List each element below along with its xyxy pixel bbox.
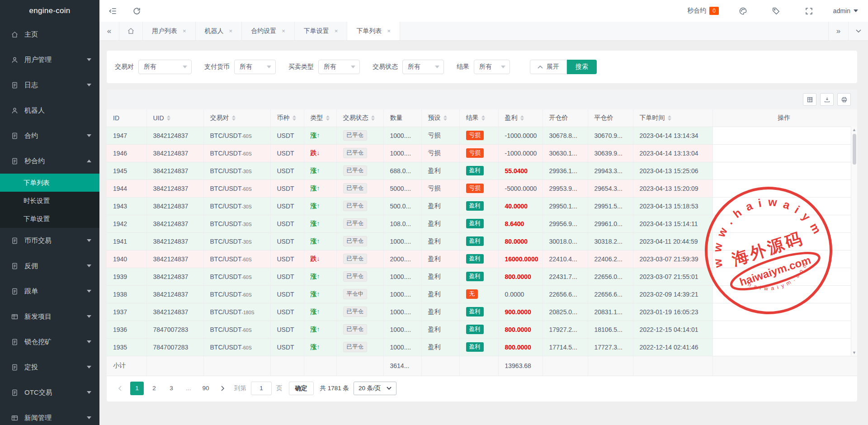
sidebar-item-otc-trading[interactable]: OTC交易 (0, 380, 99, 405)
theme-palette-icon[interactable] (734, 4, 752, 18)
filter-trade-status-select[interactable]: 所有 (402, 60, 444, 74)
submenu-seconds-contract: 下单列表时长设置下单设置 (0, 174, 99, 228)
status-badge: 已平仓 (343, 254, 368, 264)
sidebar-item-lock-mining[interactable]: 锁仓挖矿 (0, 329, 99, 354)
filter-trade-type-select[interactable]: 所有 (318, 60, 360, 74)
tab-home[interactable] (119, 22, 143, 40)
filter-trading-pair-select[interactable]: 所有 (138, 60, 192, 74)
sidebar-item-contracts[interactable]: 合约 (0, 123, 99, 148)
actions-cell (712, 303, 857, 321)
fullscreen-icon[interactable] (800, 4, 818, 18)
filter-label: 买卖类型 (288, 63, 314, 71)
sort-icon[interactable] (520, 115, 524, 121)
page-button-1[interactable]: 1 (130, 382, 144, 395)
page-button-2[interactable]: 2 (147, 382, 161, 395)
sidebar-subitem-duration-settings[interactable]: 时长设置 (0, 192, 99, 210)
scroll-up-icon[interactable]: ▲ (852, 127, 856, 133)
goto-page-input[interactable] (251, 382, 272, 395)
column-header-uid[interactable]: UID (146, 109, 203, 127)
sort-icon[interactable] (167, 115, 170, 121)
close-icon[interactable]: × (387, 28, 391, 34)
table-scrollbar[interactable]: ▲ ▼ (851, 127, 857, 356)
prev-page-button[interactable] (113, 382, 127, 395)
page-button-90[interactable]: 90 (199, 382, 212, 395)
filter-pay-currency-select[interactable]: 所有 (234, 60, 276, 74)
column-header-status[interactable]: 交易状态 (336, 109, 383, 127)
sort-icon[interactable] (481, 115, 485, 121)
sidebar-item-user-management[interactable]: 用户管理 (0, 47, 99, 72)
sidebar-item-seconds-contract[interactable]: 秒合约 (0, 148, 99, 174)
close-icon[interactable]: × (229, 28, 233, 34)
scrollbar-thumb[interactable] (853, 134, 856, 165)
sort-icon[interactable] (443, 115, 447, 121)
close-icon[interactable]: × (282, 28, 285, 34)
filter-panel: 交易对所有支付货币所有买卖类型所有交易状态所有结果所有 展开 搜索 (107, 51, 857, 83)
collapse-sidebar-button[interactable] (104, 4, 122, 18)
tab-user-list[interactable]: 用户列表× (143, 22, 196, 40)
table-toolbar (107, 90, 857, 109)
sidebar-subitem-order-list[interactable]: 下单列表 (0, 174, 99, 192)
tag-icon[interactable] (767, 4, 785, 18)
close-icon[interactable]: × (183, 28, 186, 34)
sort-icon[interactable] (326, 115, 330, 121)
column-header-pair[interactable]: 交易对 (203, 109, 270, 127)
column-header-profit[interactable]: 盈利 (498, 109, 542, 127)
sidebar-subitem-order-settings[interactable]: 下单设置 (0, 210, 99, 228)
expand-filters-button[interactable]: 展开 (530, 60, 567, 74)
search-button[interactable]: 搜索 (567, 60, 597, 74)
sidebar-item-label: 新发项目 (24, 312, 87, 321)
goto-label: 到第 (234, 384, 246, 392)
page-size-select[interactable]: 20 条/页 (354, 382, 396, 395)
sort-icon[interactable] (668, 115, 671, 121)
page-button-3[interactable]: 3 (165, 382, 178, 395)
sidebar-item-logs[interactable]: 日志 (0, 72, 99, 98)
sidebar-item-home[interactable]: 主页 (0, 22, 99, 47)
sidebar-item-news-management[interactable]: 新闻管理 (0, 405, 99, 425)
sidebar-item-spot-trading[interactable]: 币币交易 (0, 228, 99, 253)
sidebar-item-robots[interactable]: 机器人 (0, 98, 99, 123)
column-header-coin[interactable]: 币种 (270, 109, 304, 127)
top-header: 秒合约 0 admin (99, 0, 868, 22)
tab-order-list[interactable]: 下单列表× (347, 22, 400, 40)
result-badge: 盈利 (466, 272, 484, 281)
column-header-time[interactable]: 下单时间 (633, 109, 712, 127)
orders-table-card: IDUID交易对币种类型交易状态数量预设结果盈利开仓价平仓价下单时间操作 194… (107, 90, 857, 401)
sidebar-menu: 主页用户管理日志机器人合约秒合约下单列表时长设置下单设置币币交易反佣跟单新发项目… (0, 22, 99, 425)
notice-count-badge: 0 (709, 7, 719, 15)
user-icon (11, 56, 19, 64)
sort-icon[interactable] (232, 115, 236, 121)
column-header-close-price: 平仓价 (588, 109, 633, 127)
scroll-down-icon[interactable]: ▼ (852, 349, 856, 356)
column-settings-button[interactable] (803, 93, 816, 106)
actions-cell (712, 321, 857, 338)
column-header-type[interactable]: 类型 (304, 109, 336, 127)
tab-contract-settings[interactable]: 合约设置× (242, 22, 295, 40)
export-button[interactable] (820, 93, 834, 106)
file-icon (11, 338, 19, 346)
tab-order-settings[interactable]: 下单设置× (295, 22, 348, 40)
result-badge: 亏损 (466, 184, 484, 193)
sidebar-item-label: 主页 (24, 30, 91, 39)
sort-icon[interactable] (371, 115, 375, 121)
print-button[interactable] (837, 93, 851, 106)
status-badge: 已平仓 (343, 130, 368, 141)
sidebar-item-fixed-invest[interactable]: 定投 (0, 354, 99, 380)
refresh-icon[interactable] (128, 4, 146, 18)
filter-result-select[interactable]: 所有 (474, 60, 510, 74)
next-page-button[interactable] (216, 382, 230, 395)
user-menu[interactable]: admin (833, 7, 858, 14)
tabs-scroll-left-button[interactable]: « (99, 22, 119, 40)
column-header-result[interactable]: 结果 (459, 109, 498, 127)
column-header-preset[interactable]: 预设 (421, 109, 459, 127)
sidebar-item-new-projects[interactable]: 新发项目 (0, 304, 99, 329)
confirm-page-button[interactable]: 确定 (289, 382, 314, 395)
sidebar-item-copy-trading[interactable]: 跟单 (0, 279, 99, 304)
chevron-down-icon (87, 239, 91, 242)
sort-icon[interactable] (292, 115, 296, 121)
tabs-menu-button[interactable] (848, 22, 868, 40)
seconds-contract-notice[interactable]: 秒合约 0 (687, 7, 719, 15)
tab-robots[interactable]: 机器人× (196, 22, 242, 40)
sidebar-item-rebate[interactable]: 反佣 (0, 253, 99, 279)
close-icon[interactable]: × (335, 28, 338, 34)
tabs-scroll-right-button[interactable]: » (828, 22, 848, 40)
